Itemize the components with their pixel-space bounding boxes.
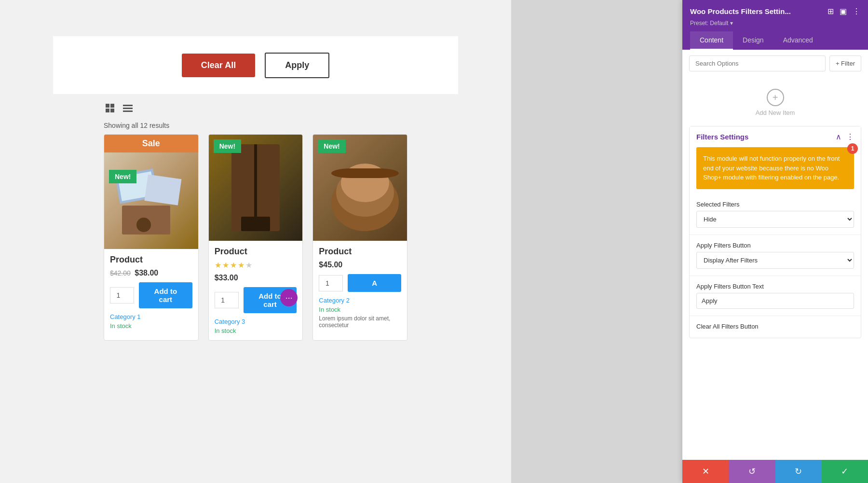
product-card: New! Product $45.00 A Category 2 [312, 134, 407, 341]
save-icon: ✓ [841, 466, 848, 477]
list-view-button[interactable] [121, 102, 135, 118]
grid-icon [106, 104, 115, 113]
layout-icon[interactable]: ▣ [840, 7, 847, 16]
apply-button-text-label: Apply Filters Button Text [696, 283, 854, 290]
star-5: ★ [245, 261, 252, 270]
collapse-icon[interactable]: ∧ [836, 132, 841, 141]
apply-filters-select[interactable]: Display After Filters Display Before Fil… [696, 252, 854, 269]
more-icon[interactable]: ⋮ [846, 132, 854, 141]
divider [690, 316, 861, 316]
side-background [511, 0, 682, 483]
quantity-input[interactable] [319, 275, 343, 291]
products-grid: Sale New! Product $42.00 $38.00 [0, 134, 511, 341]
toolbar-save-button[interactable]: ✓ [822, 460, 868, 483]
tab-advanced[interactable]: Advanced [773, 31, 823, 50]
settings-icon[interactable]: ⊞ [827, 7, 834, 16]
panel-body: + Filter + Add New Item Filters Settings… [682, 50, 868, 352]
apply-filters-label: Apply Filters Button [696, 242, 854, 249]
tab-design[interactable]: Design [733, 31, 773, 50]
product-description: Lorem ipsum dolor sit amet, consectetur [319, 315, 401, 329]
panel-title-row: Woo Products Filters Settin... ⊞ ▣ ⋮ [690, 7, 860, 16]
add-filter-button[interactable]: + Filter [829, 55, 861, 71]
svg-rect-3 [110, 109, 114, 112]
panel-title-icons: ⊞ ▣ ⋮ [827, 7, 860, 16]
product-rating: ★ ★ ★ ★ ★ [215, 261, 297, 270]
main-content: Clear All Apply Showing all 12 results S… [0, 0, 511, 483]
star-4: ★ [238, 261, 244, 270]
grid-view-button[interactable] [104, 102, 117, 118]
svg-rect-9 [145, 174, 182, 205]
filter-bar: Clear All Apply [53, 36, 458, 94]
add-to-cart-button[interactable]: A [348, 274, 401, 292]
svg-rect-6 [123, 110, 133, 112]
product-image-2: New! [209, 135, 303, 241]
add-to-cart-button[interactable]: Add to cart [139, 282, 192, 308]
panel-tabs: Content Design Advanced [690, 31, 860, 50]
new-badge: New! [109, 170, 136, 183]
product-price: $42.00 $38.00 [110, 269, 192, 277]
filters-settings-header: Filters Settings ∧ ⋮ [690, 126, 861, 147]
new-badge: New! [214, 139, 241, 153]
product-category[interactable]: Category 2 [319, 297, 401, 304]
product-price: $33.00 [215, 274, 297, 282]
quantity-input[interactable] [215, 292, 239, 308]
search-options-input[interactable] [689, 55, 826, 71]
clear-all-button[interactable]: Clear All [182, 54, 255, 77]
toolbar-redo-button[interactable]: ↻ [775, 460, 822, 483]
panel-preset[interactable]: Preset: Default ▾ [690, 20, 860, 27]
product-title: Product [215, 247, 297, 257]
selected-filters-label: Selected Filters [696, 201, 854, 208]
more-icon[interactable]: ⋮ [853, 7, 860, 16]
star-1: ★ [215, 261, 221, 270]
redo-icon: ↻ [795, 466, 802, 477]
product-card: Sale New! Product $42.00 $38.00 [104, 134, 199, 341]
new-badge: New! [318, 139, 345, 153]
apply-filters-row: Apply Filters Button Display After Filte… [690, 237, 861, 274]
product-stock: In stock [110, 322, 192, 330]
svg-rect-4 [123, 105, 133, 106]
product-title: Product [110, 255, 192, 265]
right-panel: Woo Products Filters Settin... ⊞ ▣ ⋮ Pre… [682, 0, 868, 483]
tab-content[interactable]: Content [690, 31, 733, 50]
star-2: ★ [222, 261, 229, 270]
price: $33.00 [215, 274, 238, 282]
clear-all-filters-label: Clear All Filters Button [696, 323, 854, 330]
svg-rect-18 [331, 168, 399, 178]
toolbar-close-button[interactable]: ✕ [682, 460, 729, 483]
apply-button[interactable]: Apply [265, 53, 329, 78]
svg-rect-1 [110, 104, 114, 108]
product-photo [212, 139, 299, 236]
filters-settings-section: Filters Settings ∧ ⋮ This module will no… [689, 126, 861, 338]
panel-title: Woo Products Filters Settin... [690, 7, 791, 15]
filters-settings-icons: ∧ ⋮ [836, 132, 854, 141]
apply-button-text-input[interactable] [696, 293, 854, 309]
warning-box: This module will not function properly o… [696, 147, 854, 189]
divider [690, 235, 861, 235]
product-card: New! Product ★ ★ ★ ★ ★ $33.00 [208, 134, 303, 341]
product-image-3: New! [313, 135, 407, 241]
product-title: Product [319, 247, 401, 257]
quantity-input[interactable] [110, 287, 134, 304]
sale-badge: Sale [104, 135, 198, 152]
svg-rect-2 [106, 109, 109, 112]
product-stock: In stock [215, 327, 297, 334]
clear-all-filters-row: Clear All Filters Button [690, 318, 861, 338]
price: $45.00 [319, 261, 342, 269]
price-sale: $38.00 [135, 269, 158, 277]
price-original: $42.00 [110, 269, 131, 277]
product-category[interactable]: Category 1 [110, 313, 192, 320]
list-icon [123, 104, 133, 113]
svg-rect-14 [241, 217, 270, 231]
divider [690, 276, 861, 276]
warning-badge: 1 [847, 143, 858, 154]
selected-filters-select[interactable]: Hide Show [696, 211, 854, 228]
product-photo [317, 139, 404, 236]
toolbar-undo-button[interactable]: ↺ [729, 460, 775, 483]
add-new-item[interactable]: + Add New Item [689, 79, 861, 126]
svg-rect-5 [123, 108, 133, 109]
product-image-1: New! [104, 152, 198, 249]
close-icon: ✕ [702, 466, 709, 477]
filters-settings-title: Filters Settings [696, 133, 748, 141]
apply-button-text-row: Apply Filters Button Text [690, 278, 861, 314]
product-category[interactable]: Category 3 [215, 318, 297, 325]
